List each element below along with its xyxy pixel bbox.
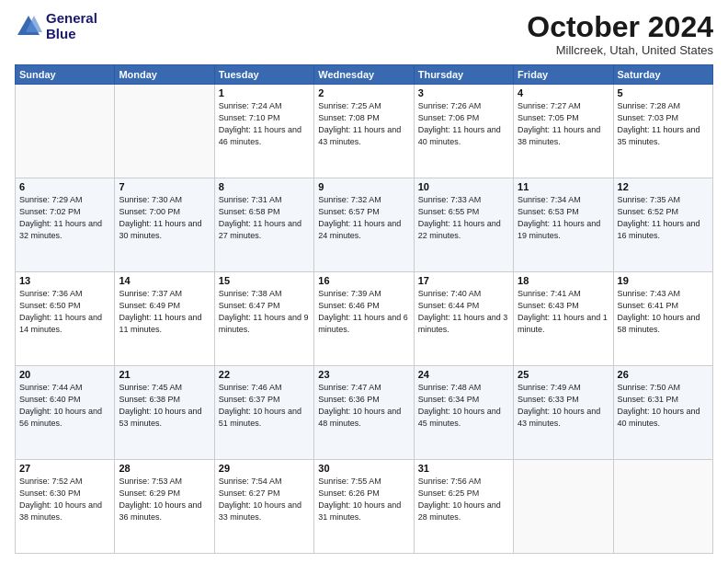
day-info: Sunrise: 7:37 AM Sunset: 6:49 PM Dayligh… bbox=[119, 288, 210, 336]
weekday-header-tuesday: Tuesday bbox=[214, 65, 313, 85]
calendar-cell: 10Sunrise: 7:33 AM Sunset: 6:55 PM Dayli… bbox=[414, 178, 513, 272]
day-number: 18 bbox=[518, 275, 609, 286]
day-number: 16 bbox=[318, 275, 409, 286]
calendar-cell: 30Sunrise: 7:55 AM Sunset: 6:26 PM Dayli… bbox=[314, 460, 414, 554]
weekday-header-monday: Monday bbox=[115, 65, 214, 85]
calendar-cell: 20Sunrise: 7:44 AM Sunset: 6:40 PM Dayli… bbox=[16, 366, 115, 460]
calendar-cell: 27Sunrise: 7:52 AM Sunset: 6:30 PM Dayli… bbox=[16, 460, 115, 554]
day-number: 17 bbox=[418, 275, 509, 286]
day-info: Sunrise: 7:30 AM Sunset: 7:00 PM Dayligh… bbox=[119, 194, 210, 242]
calendar-cell: 2Sunrise: 7:25 AM Sunset: 7:08 PM Daylig… bbox=[314, 85, 414, 178]
day-info: Sunrise: 7:38 AM Sunset: 6:47 PM Dayligh… bbox=[219, 288, 310, 336]
logo-icon bbox=[15, 13, 42, 40]
location: Millcreek, Utah, United States bbox=[527, 43, 713, 57]
day-number: 23 bbox=[318, 369, 409, 380]
day-info: Sunrise: 7:28 AM Sunset: 7:03 PM Dayligh… bbox=[618, 100, 709, 148]
day-info: Sunrise: 7:35 AM Sunset: 6:52 PM Dayligh… bbox=[618, 194, 709, 242]
day-info: Sunrise: 7:43 AM Sunset: 6:41 PM Dayligh… bbox=[618, 288, 709, 336]
day-number: 22 bbox=[219, 369, 310, 380]
weekday-header-thursday: Thursday bbox=[414, 65, 513, 85]
day-number: 5 bbox=[618, 87, 709, 98]
calendar-cell: 14Sunrise: 7:37 AM Sunset: 6:49 PM Dayli… bbox=[115, 272, 214, 366]
day-number: 14 bbox=[119, 275, 210, 286]
day-number: 8 bbox=[219, 181, 310, 192]
day-info: Sunrise: 7:48 AM Sunset: 6:34 PM Dayligh… bbox=[418, 382, 509, 430]
day-info: Sunrise: 7:29 AM Sunset: 7:02 PM Dayligh… bbox=[19, 194, 110, 242]
weekday-header-wednesday: Wednesday bbox=[314, 65, 414, 85]
calendar: SundayMondayTuesdayWednesdayThursdayFrid… bbox=[15, 64, 713, 554]
calendar-cell: 17Sunrise: 7:40 AM Sunset: 6:44 PM Dayli… bbox=[414, 272, 513, 366]
day-number: 3 bbox=[418, 87, 509, 98]
day-info: Sunrise: 7:24 AM Sunset: 7:10 PM Dayligh… bbox=[219, 100, 310, 148]
calendar-cell: 15Sunrise: 7:38 AM Sunset: 6:47 PM Dayli… bbox=[214, 272, 313, 366]
day-number: 25 bbox=[518, 369, 609, 380]
day-info: Sunrise: 7:53 AM Sunset: 6:29 PM Dayligh… bbox=[119, 476, 210, 523]
calendar-cell bbox=[115, 85, 214, 178]
day-number: 21 bbox=[119, 369, 210, 380]
day-info: Sunrise: 7:52 AM Sunset: 6:30 PM Dayligh… bbox=[19, 476, 110, 523]
day-info: Sunrise: 7:45 AM Sunset: 6:38 PM Dayligh… bbox=[119, 382, 210, 430]
logo-text: General Blue bbox=[46, 11, 97, 41]
day-number: 2 bbox=[318, 87, 409, 98]
calendar-cell: 12Sunrise: 7:35 AM Sunset: 6:52 PM Dayli… bbox=[613, 178, 712, 272]
day-info: Sunrise: 7:33 AM Sunset: 6:55 PM Dayligh… bbox=[418, 194, 509, 242]
day-info: Sunrise: 7:32 AM Sunset: 6:57 PM Dayligh… bbox=[318, 194, 409, 242]
calendar-cell: 13Sunrise: 7:36 AM Sunset: 6:50 PM Dayli… bbox=[16, 272, 115, 366]
day-info: Sunrise: 7:36 AM Sunset: 6:50 PM Dayligh… bbox=[19, 288, 110, 336]
day-info: Sunrise: 7:56 AM Sunset: 6:25 PM Dayligh… bbox=[418, 476, 509, 523]
day-info: Sunrise: 7:26 AM Sunset: 7:06 PM Dayligh… bbox=[418, 100, 509, 148]
day-number: 27 bbox=[19, 463, 110, 474]
calendar-cell bbox=[514, 460, 613, 554]
day-number: 15 bbox=[219, 275, 310, 286]
calendar-cell: 28Sunrise: 7:53 AM Sunset: 6:29 PM Dayli… bbox=[115, 460, 214, 554]
day-number: 13 bbox=[19, 275, 110, 286]
calendar-cell: 16Sunrise: 7:39 AM Sunset: 6:46 PM Dayli… bbox=[314, 272, 414, 366]
day-number: 6 bbox=[19, 181, 110, 192]
day-number: 10 bbox=[418, 181, 509, 192]
calendar-cell: 24Sunrise: 7:48 AM Sunset: 6:34 PM Dayli… bbox=[414, 366, 513, 460]
day-info: Sunrise: 7:44 AM Sunset: 6:40 PM Dayligh… bbox=[19, 382, 110, 430]
weekday-header-sunday: Sunday bbox=[16, 65, 115, 85]
page: General Blue October 2024 Millcreek, Uta… bbox=[0, 0, 728, 563]
calendar-cell: 21Sunrise: 7:45 AM Sunset: 6:38 PM Dayli… bbox=[115, 366, 214, 460]
month-title: October 2024 bbox=[527, 11, 713, 43]
day-info: Sunrise: 7:31 AM Sunset: 6:58 PM Dayligh… bbox=[219, 194, 310, 242]
day-number: 1 bbox=[219, 87, 310, 98]
day-info: Sunrise: 7:34 AM Sunset: 6:53 PM Dayligh… bbox=[518, 194, 609, 242]
day-info: Sunrise: 7:55 AM Sunset: 6:26 PM Dayligh… bbox=[318, 476, 409, 523]
day-info: Sunrise: 7:46 AM Sunset: 6:37 PM Dayligh… bbox=[219, 382, 310, 430]
day-info: Sunrise: 7:39 AM Sunset: 6:46 PM Dayligh… bbox=[318, 288, 409, 336]
day-info: Sunrise: 7:49 AM Sunset: 6:33 PM Dayligh… bbox=[518, 382, 609, 430]
logo: General Blue bbox=[15, 11, 97, 41]
day-info: Sunrise: 7:40 AM Sunset: 6:44 PM Dayligh… bbox=[418, 288, 509, 336]
header: General Blue October 2024 Millcreek, Uta… bbox=[15, 11, 713, 57]
day-number: 20 bbox=[19, 369, 110, 380]
day-number: 30 bbox=[318, 463, 409, 474]
calendar-cell: 9Sunrise: 7:32 AM Sunset: 6:57 PM Daylig… bbox=[314, 178, 414, 272]
calendar-cell: 23Sunrise: 7:47 AM Sunset: 6:36 PM Dayli… bbox=[314, 366, 414, 460]
weekday-header-friday: Friday bbox=[514, 65, 613, 85]
calendar-cell: 1Sunrise: 7:24 AM Sunset: 7:10 PM Daylig… bbox=[214, 85, 313, 178]
calendar-cell: 3Sunrise: 7:26 AM Sunset: 7:06 PM Daylig… bbox=[414, 85, 513, 178]
day-info: Sunrise: 7:47 AM Sunset: 6:36 PM Dayligh… bbox=[318, 382, 409, 430]
calendar-cell: 25Sunrise: 7:49 AM Sunset: 6:33 PM Dayli… bbox=[514, 366, 613, 460]
day-info: Sunrise: 7:50 AM Sunset: 6:31 PM Dayligh… bbox=[618, 382, 709, 430]
day-number: 31 bbox=[418, 463, 509, 474]
day-number: 12 bbox=[618, 181, 709, 192]
calendar-cell: 18Sunrise: 7:41 AM Sunset: 6:43 PM Dayli… bbox=[514, 272, 613, 366]
day-info: Sunrise: 7:54 AM Sunset: 6:27 PM Dayligh… bbox=[219, 476, 310, 523]
calendar-cell: 8Sunrise: 7:31 AM Sunset: 6:58 PM Daylig… bbox=[214, 178, 313, 272]
calendar-cell: 4Sunrise: 7:27 AM Sunset: 7:05 PM Daylig… bbox=[514, 85, 613, 178]
day-number: 11 bbox=[518, 181, 609, 192]
day-number: 9 bbox=[318, 181, 409, 192]
calendar-cell: 11Sunrise: 7:34 AM Sunset: 6:53 PM Dayli… bbox=[514, 178, 613, 272]
day-number: 4 bbox=[518, 87, 609, 98]
calendar-cell: 22Sunrise: 7:46 AM Sunset: 6:37 PM Dayli… bbox=[214, 366, 313, 460]
day-number: 24 bbox=[418, 369, 509, 380]
calendar-cell: 7Sunrise: 7:30 AM Sunset: 7:00 PM Daylig… bbox=[115, 178, 214, 272]
day-number: 7 bbox=[119, 181, 210, 192]
calendar-cell: 26Sunrise: 7:50 AM Sunset: 6:31 PM Dayli… bbox=[613, 366, 712, 460]
calendar-cell: 6Sunrise: 7:29 AM Sunset: 7:02 PM Daylig… bbox=[16, 178, 115, 272]
weekday-header-saturday: Saturday bbox=[613, 65, 712, 85]
calendar-cell: 29Sunrise: 7:54 AM Sunset: 6:27 PM Dayli… bbox=[214, 460, 313, 554]
